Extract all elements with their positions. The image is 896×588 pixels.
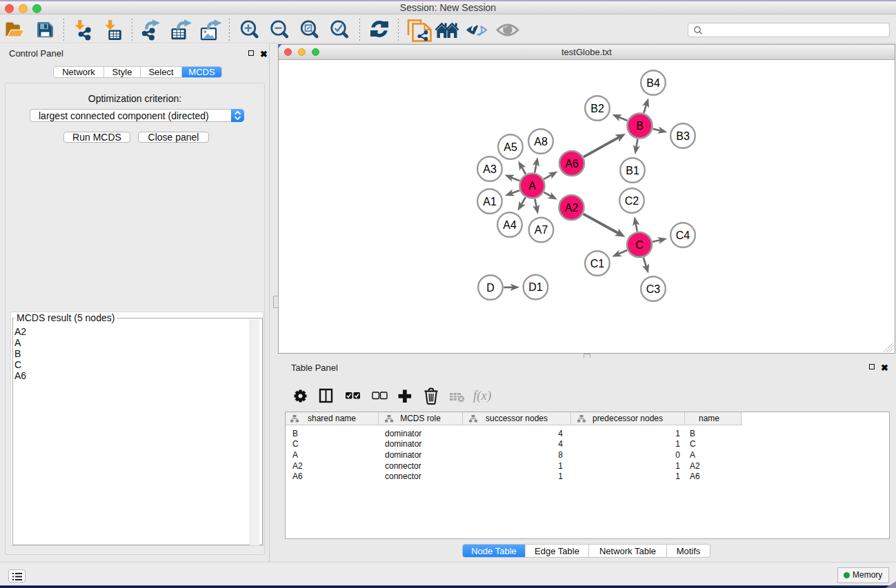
svg-text:A5: A5 xyxy=(504,141,517,153)
svg-text:A1: A1 xyxy=(483,196,497,207)
svg-text:B1: B1 xyxy=(626,165,639,176)
svg-text:A: A xyxy=(528,180,536,192)
svg-text:B3: B3 xyxy=(676,130,690,142)
svg-text:C1: C1 xyxy=(590,258,605,270)
svg-text:B4: B4 xyxy=(646,77,660,89)
svg-text:A4: A4 xyxy=(503,219,517,231)
svg-text:A6: A6 xyxy=(565,158,579,170)
svg-text:C2: C2 xyxy=(625,195,639,207)
svg-text:B2: B2 xyxy=(590,103,604,114)
svg-text:D1: D1 xyxy=(528,281,543,293)
svg-text:C: C xyxy=(635,239,644,251)
svg-text:B: B xyxy=(636,120,644,132)
svg-text:C4: C4 xyxy=(676,230,690,241)
svg-text:A2: A2 xyxy=(565,202,579,214)
svg-text:A8: A8 xyxy=(534,136,548,148)
svg-text:A3: A3 xyxy=(483,163,497,175)
svg-text:D: D xyxy=(486,282,495,294)
svg-text:A7: A7 xyxy=(535,224,548,236)
svg-text:f(x): f(x) xyxy=(473,388,491,403)
svg-text:C3: C3 xyxy=(646,283,661,295)
